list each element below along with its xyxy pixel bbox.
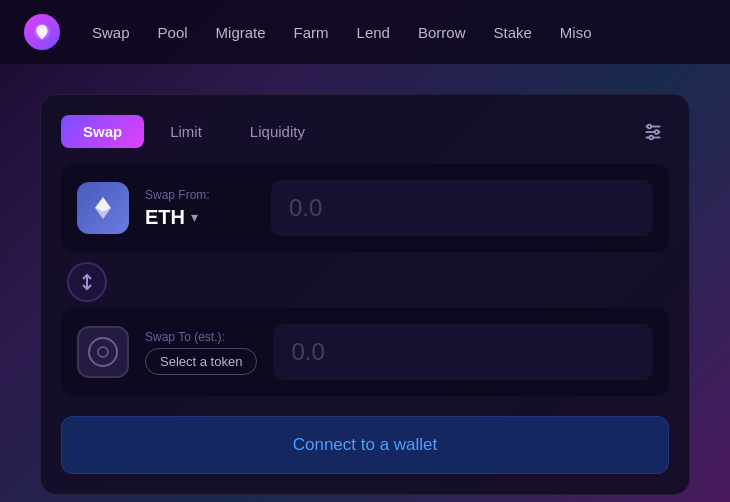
tab-swap[interactable]: Swap — [61, 115, 144, 148]
navbar: Swap Pool Migrate Farm Lend Borrow Stake… — [0, 0, 730, 64]
nav-swap[interactable]: Swap — [92, 24, 130, 41]
circle-icon — [88, 337, 118, 367]
tab-group: Swap Limit Liquidity — [61, 115, 637, 148]
eth-token-selector[interactable]: ETH ▾ — [145, 206, 255, 229]
connect-wallet-button[interactable]: Connect to a wallet — [61, 416, 669, 474]
nav-pool[interactable]: Pool — [158, 24, 188, 41]
tab-liquidity[interactable]: Liquidity — [228, 115, 327, 148]
main-content: Swap Limit Liquidity — [0, 64, 730, 502]
swap-from-token-info: Swap From: ETH ▾ — [145, 188, 255, 229]
logo[interactable] — [24, 14, 60, 50]
nav-links: Swap Pool Migrate Farm Lend Borrow Stake… — [92, 24, 706, 41]
swap-direction-button[interactable] — [67, 262, 107, 302]
eth-token-icon — [77, 182, 129, 234]
tab-limit[interactable]: Limit — [148, 115, 224, 148]
nav-stake[interactable]: Stake — [493, 24, 531, 41]
swap-from-label: Swap From: — [145, 188, 255, 202]
chevron-down-icon: ▾ — [191, 209, 198, 225]
nav-miso[interactable]: Miso — [560, 24, 592, 41]
svg-point-6 — [649, 135, 653, 139]
empty-token-icon — [77, 326, 129, 378]
svg-point-4 — [648, 124, 652, 128]
nav-migrate[interactable]: Migrate — [216, 24, 266, 41]
nav-lend[interactable]: Lend — [357, 24, 390, 41]
swap-card: Swap Limit Liquidity — [40, 94, 690, 495]
swap-arrow-row — [61, 256, 669, 308]
swap-to-section: Swap To (est.): Select a token 0.0 — [61, 308, 669, 396]
nav-borrow[interactable]: Borrow — [418, 24, 466, 41]
settings-icon[interactable] — [637, 116, 669, 148]
nav-farm[interactable]: Farm — [294, 24, 329, 41]
swap-to-amount[interactable]: 0.0 — [273, 324, 653, 380]
select-token-button[interactable]: Select a token — [145, 348, 257, 375]
svg-point-5 — [655, 130, 659, 134]
swap-to-token-info: Swap To (est.): Select a token — [145, 330, 257, 375]
tabs-row: Swap Limit Liquidity — [61, 115, 669, 148]
swap-to-label: Swap To (est.): — [145, 330, 257, 344]
swap-from-section: Swap From: ETH ▾ 0.0 — [61, 164, 669, 252]
swap-from-amount[interactable]: 0.0 — [271, 180, 653, 236]
eth-token-name: ETH — [145, 206, 185, 229]
svg-point-10 — [98, 347, 108, 357]
